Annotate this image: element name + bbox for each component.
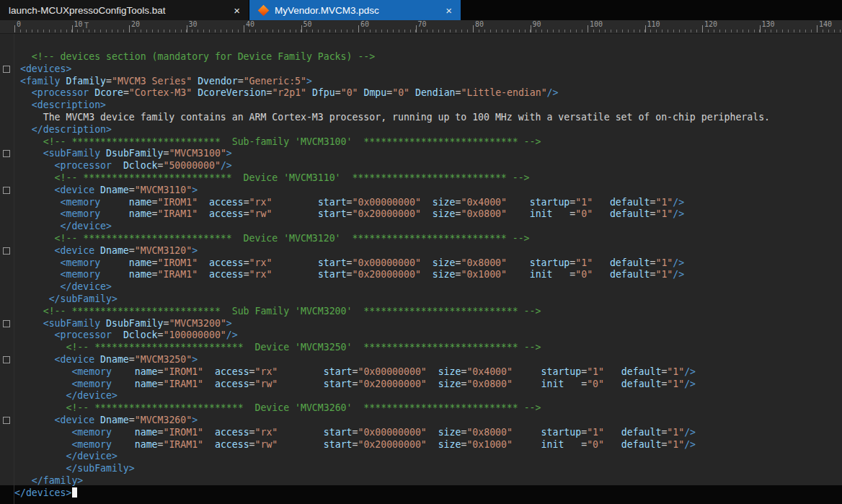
code-line[interactable]: <!-- devices section (mandatory for Devi… bbox=[14, 51, 842, 63]
tab-launch-bat[interactable]: launch-MCUXpressoConfigTools.bat × bbox=[0, 0, 249, 20]
close-icon[interactable]: × bbox=[222, 5, 240, 16]
ruler-number: 40 bbox=[246, 20, 254, 28]
code-line[interactable]: <subFamily DsubFamily="MVCM3100"> bbox=[14, 148, 842, 160]
code-line[interactable]: <processor Dclock="50000000"/> bbox=[14, 160, 842, 172]
code-line[interactable]: <!-- ************************** Device '… bbox=[14, 402, 842, 415]
ruler-number: 20 bbox=[131, 20, 140, 28]
code-line[interactable]: </subFamily> bbox=[14, 293, 842, 306]
code-line[interactable]: </description> bbox=[14, 124, 842, 136]
code-line[interactable]: <memory name="IRAM1" access="rx" start="… bbox=[14, 269, 842, 281]
code-line[interactable]: <!-- ************************** Device '… bbox=[14, 342, 842, 354]
ruler-number: 70 bbox=[418, 20, 427, 28]
tab-bar: launch-MCUXpressoConfigTools.bat × MyVen… bbox=[0, 0, 842, 20]
code-line[interactable]: </device> bbox=[14, 281, 842, 293]
ruler-number: 80 bbox=[475, 20, 484, 28]
ruler-number: 0 bbox=[17, 20, 21, 28]
code-line[interactable]: <memory name="IRAM1" access="rw" start="… bbox=[14, 208, 842, 221]
tab-pdsc-active[interactable]: MyVendor.MVCM3.pdsc × bbox=[249, 0, 461, 20]
code-line[interactable]: <device Dname="MVCM3110"> bbox=[14, 185, 842, 197]
code-line[interactable]: <description> bbox=[14, 100, 842, 112]
code-line[interactable]: <memory name="IRAM1" access="rw" start="… bbox=[14, 379, 842, 391]
code-line[interactable]: <family Dfamily="MVCM3 Series" Dvendor="… bbox=[14, 76, 842, 88]
text-cursor bbox=[72, 487, 77, 498]
code-line[interactable]: <devices> bbox=[14, 63, 842, 76]
ruler-number: 50 bbox=[303, 20, 312, 28]
code-line[interactable]: <device Dname="MVCM3120"> bbox=[14, 245, 842, 257]
code-line[interactable]: <memory name="IROM1" access="rx" start="… bbox=[14, 427, 842, 439]
code-line[interactable]: <memory name="IRAM1" access="rw" start="… bbox=[14, 439, 842, 451]
tab-stop-marker: T bbox=[84, 22, 89, 30]
code-line[interactable]: <!-- ************************** Sub-fami… bbox=[14, 136, 842, 149]
code-line[interactable]: </family> bbox=[14, 475, 842, 487]
code-line[interactable]: </devices> bbox=[14, 487, 842, 500]
code-line[interactable]: <subFamily DsubFamily="MVCM3200"> bbox=[14, 318, 842, 330]
ruler: T 0102030405060708090100110120130140 bbox=[0, 20, 842, 34]
code-line[interactable]: <processor Dclock="100000000"/> bbox=[14, 330, 842, 342]
tab-label: launch-MCUXpressoConfigTools.bat bbox=[9, 5, 166, 16]
pack-diamond-icon bbox=[258, 4, 270, 16]
code-line[interactable]: </subFamily> bbox=[14, 463, 842, 475]
code-line[interactable]: <!-- ************************** Device '… bbox=[14, 172, 842, 185]
code-line[interactable]: The MVCM3 device family contains an ARM … bbox=[14, 112, 842, 124]
editor[interactable]: <!-- devices section (mandatory for Devi… bbox=[0, 34, 842, 504]
code-line[interactable]: <device Dname="MVCM3250"> bbox=[14, 354, 842, 366]
tab-label: MyVendor.MVCM3.pdsc bbox=[275, 5, 379, 16]
ruler-number: 10 bbox=[74, 20, 83, 28]
code-line[interactable]: <memory name="IROM1" access="rx" start="… bbox=[14, 197, 842, 209]
ruler-number: 110 bbox=[647, 20, 660, 28]
fold-marker[interactable] bbox=[3, 247, 10, 255]
code-line[interactable]: <!-- ************************** Sub Fami… bbox=[14, 306, 842, 318]
code-line[interactable]: <!-- ************************** Device '… bbox=[14, 233, 842, 245]
ruler-number: 60 bbox=[360, 20, 369, 28]
fold-marker[interactable] bbox=[3, 66, 10, 73]
code-line[interactable]: <memory name="IROM1" access="rx" start="… bbox=[14, 257, 842, 270]
close-icon[interactable]: × bbox=[434, 5, 452, 16]
ruler-number: 30 bbox=[189, 20, 198, 28]
code-line[interactable]: </device> bbox=[14, 390, 842, 402]
code-line[interactable]: </device> bbox=[14, 451, 842, 463]
ruler-number: 120 bbox=[704, 20, 717, 28]
code-line[interactable]: <memory name="IROM1" access="rx" start="… bbox=[14, 366, 842, 379]
code-line[interactable]: <processor Dcore="Cortex-M3" DcoreVersio… bbox=[14, 87, 842, 100]
ruler-number: 130 bbox=[762, 20, 775, 28]
code-line[interactable]: <device Dname="MVCM3260"> bbox=[14, 415, 842, 427]
code-lines[interactable]: <!-- devices section (mandatory for Devi… bbox=[0, 34, 842, 499]
ruler-number: 100 bbox=[590, 20, 603, 28]
ruler-number: 140 bbox=[819, 20, 832, 28]
fold-marker[interactable] bbox=[3, 150, 10, 157]
code-line[interactable]: </device> bbox=[14, 221, 842, 233]
fold-marker[interactable] bbox=[3, 417, 10, 424]
gutter bbox=[0, 34, 14, 504]
fold-marker[interactable] bbox=[3, 187, 10, 194]
fold-marker[interactable] bbox=[3, 356, 10, 363]
ruler-number: 90 bbox=[533, 20, 541, 28]
fold-marker[interactable] bbox=[3, 320, 10, 327]
